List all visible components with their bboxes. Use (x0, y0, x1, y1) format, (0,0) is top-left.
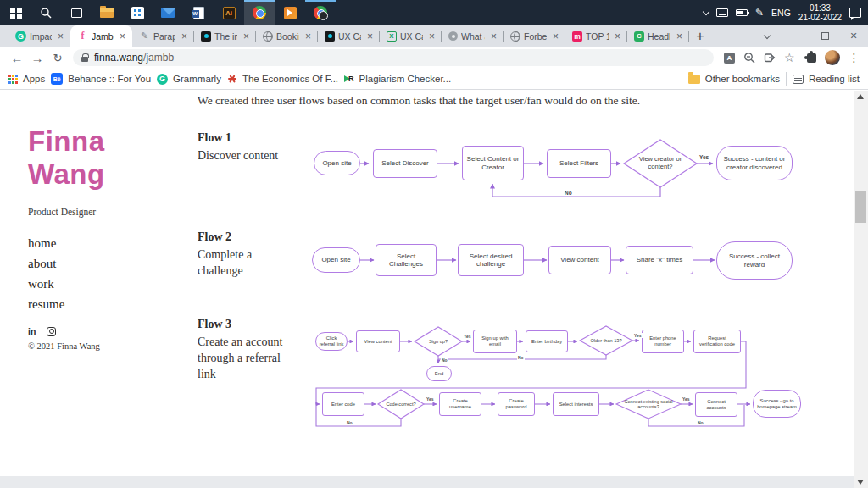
nav-home[interactable]: home (28, 236, 64, 251)
nav-about[interactable]: about (28, 257, 64, 271)
bookmark-behance[interactable]: Behance :: For You (51, 73, 151, 85)
language-indicator[interactable]: ENG (771, 8, 791, 18)
extensions-puzzle-icon[interactable] (807, 53, 816, 63)
nav-resume[interactable]: resume (28, 297, 64, 312)
spreadsheet-favicon (387, 31, 397, 42)
close-button[interactable] (839, 25, 868, 47)
tab-impact[interactable]: Impac (8, 25, 70, 47)
battery-icon[interactable] (736, 9, 748, 16)
linkedin-icon[interactable]: in (28, 326, 36, 336)
edge-label-yes: Yes (698, 154, 709, 160)
task-view-button[interactable] (61, 0, 92, 25)
tab-headline[interactable]: Headli (627, 25, 689, 47)
tab-close-icon[interactable] (364, 30, 376, 42)
tab-the-im[interactable]: The im (194, 25, 256, 47)
chrome-app-button-active[interactable] (244, 0, 275, 25)
tab-ux-case-1[interactable]: UX Ca (318, 25, 380, 47)
tab-paraphrase[interactable]: Paraph (132, 25, 194, 47)
divider (786, 72, 787, 86)
flow-node: Sign up with email (473, 330, 517, 353)
tab-close-icon[interactable] (612, 30, 623, 42)
scrollbar-thumb[interactable] (855, 191, 866, 223)
touch-keyboard-icon[interactable] (716, 8, 728, 17)
flow2-title: Flow 2 (198, 230, 231, 244)
tab-jambb-active[interactable]: Jambb (70, 25, 132, 47)
desktop-screen: Ai ✎ ENG 01:33 21-02-2022 Impac Jamb (0, 0, 868, 488)
nav-work[interactable]: work (28, 277, 64, 291)
tab-what[interactable]: What a (442, 25, 504, 47)
flow-node-end: Success - content or creator discovered (716, 146, 793, 180)
tab-close-icon[interactable] (550, 30, 561, 42)
menu-dots-icon[interactable] (849, 51, 860, 64)
bookmark-plagiarism[interactable]: Plagiarism Checker... (344, 74, 451, 84)
address-bar[interactable]: finna.wang/jambb (73, 49, 714, 66)
flow1-subtitle: Discover content (198, 147, 292, 164)
windows-ink-pen-icon[interactable]: ✎ (755, 8, 764, 18)
url-text: finna.wang/jambb (94, 52, 174, 64)
mail-app-button[interactable] (153, 0, 183, 25)
edge-label-yes: Yes (463, 334, 472, 339)
black-cyan-dot-favicon (325, 31, 335, 42)
hidden-icons-chevron-icon[interactable] (703, 8, 709, 14)
flow-node: Enter birthday (526, 330, 568, 352)
site-nav: home about work resume (28, 236, 64, 318)
new-tab-button[interactable] (689, 25, 711, 47)
tab-close-icon[interactable] (179, 30, 190, 42)
translate-icon[interactable] (724, 53, 735, 64)
flow-node: Enter code (322, 392, 364, 416)
other-bookmarks-button[interactable]: Other bookmarks (688, 74, 780, 84)
tab-forbes[interactable]: Forbes (504, 25, 565, 47)
scroll-up-arrow[interactable] (857, 94, 864, 99)
bookmark-apps[interactable]: Apps (8, 74, 45, 84)
instagram-icon[interactable] (47, 327, 56, 336)
maximize-button[interactable] (810, 25, 839, 47)
edge-label-no: No (441, 358, 448, 363)
tab-ux-case-2[interactable]: UX Ca (380, 25, 442, 47)
bookmark-star-icon[interactable] (784, 51, 795, 64)
microsoft-store-button[interactable] (122, 0, 153, 25)
bookmark-grammarly[interactable]: Grammarly (157, 74, 221, 85)
share-icon[interactable] (764, 52, 776, 64)
action-center-icon[interactable] (849, 8, 861, 18)
tab-close-icon[interactable] (426, 30, 437, 42)
taskbar-search-button[interactable] (31, 0, 61, 25)
flow-node-end: Success - go to homepage stream (753, 390, 801, 418)
flow-node: Select Filters (547, 149, 611, 178)
illustrator-icon: Ai (223, 7, 236, 19)
tab-close-icon[interactable] (117, 30, 128, 42)
media-player-app-button[interactable] (275, 0, 305, 25)
chrome-profile-app-button[interactable] (305, 0, 336, 25)
site-logo[interactable]: Finna Wang (28, 125, 105, 191)
taskbar-clock[interactable]: 01:33 21-02-2022 (798, 3, 842, 23)
red-asterisk-icon (227, 74, 237, 84)
social-links: in (28, 326, 56, 336)
tab-close-icon[interactable] (674, 30, 685, 42)
tab-top10[interactable]: TOP 10 (565, 25, 627, 47)
tab-booking[interactable]: Bookin (256, 25, 318, 47)
bookmark-economics[interactable]: The Economics Of F... (227, 74, 338, 84)
page-scrollbar[interactable] (854, 91, 868, 488)
tab-close-icon[interactable] (241, 30, 252, 42)
flow-node: Connect accounts (695, 392, 737, 417)
forward-button[interactable] (27, 47, 47, 68)
minimize-button[interactable] (782, 25, 810, 47)
black-cyan-dot-favicon (201, 31, 211, 42)
tab-search-chevron[interactable] (753, 25, 782, 47)
tab-close-icon[interactable] (303, 30, 314, 42)
profile-avatar[interactable] (825, 50, 840, 65)
scroll-down-arrow[interactable] (857, 480, 864, 485)
tab-close-icon[interactable] (488, 30, 499, 42)
lock-icon[interactable] (81, 57, 88, 62)
file-explorer-button[interactable] (92, 0, 122, 25)
illustrator-app-button[interactable]: Ai (214, 0, 244, 25)
flow-node: Select desired challenge (458, 244, 524, 276)
reload-button[interactable] (47, 47, 68, 68)
reading-list-button[interactable]: Reading list (793, 74, 860, 84)
word-app-button[interactable] (183, 0, 214, 25)
flow-node-end: Success - collect reward (716, 241, 793, 280)
back-button[interactable] (7, 47, 27, 68)
start-button[interactable] (0, 0, 31, 25)
edge-label-no: No (564, 190, 573, 196)
zoom-icon[interactable] (743, 52, 755, 64)
tab-close-icon[interactable] (55, 30, 66, 42)
